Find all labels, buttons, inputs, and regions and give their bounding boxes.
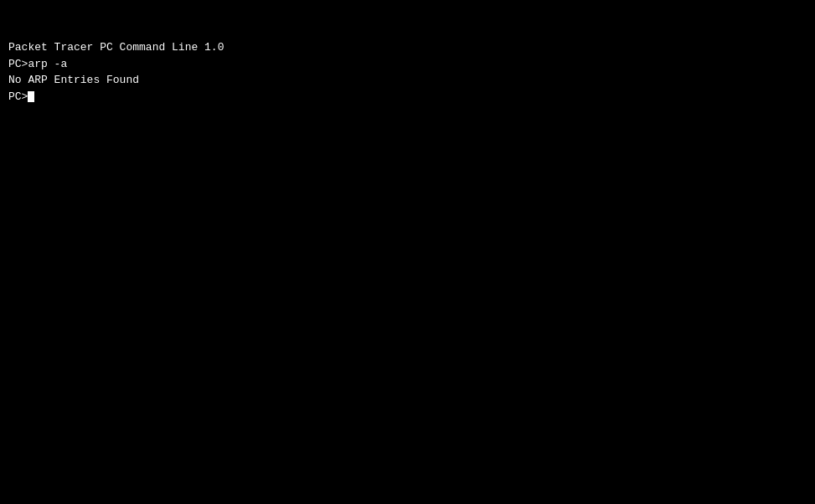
terminal-prompt: PC>: [8, 89, 28, 105]
terminal-window[interactable]: Packet Tracer PC Command Line 1.0 PC>arp…: [0, 0, 815, 504]
terminal-prompt-line[interactable]: PC>: [8, 89, 807, 105]
terminal-line-1: Packet Tracer PC Command Line 1.0: [8, 39, 807, 56]
terminal-cursor: [28, 91, 34, 102]
terminal-content: Packet Tracer PC Command Line 1.0 PC>arp…: [8, 39, 807, 105]
terminal-line-2: PC>arp -a: [8, 56, 807, 73]
terminal-line-3: No ARP Entries Found: [8, 72, 807, 89]
